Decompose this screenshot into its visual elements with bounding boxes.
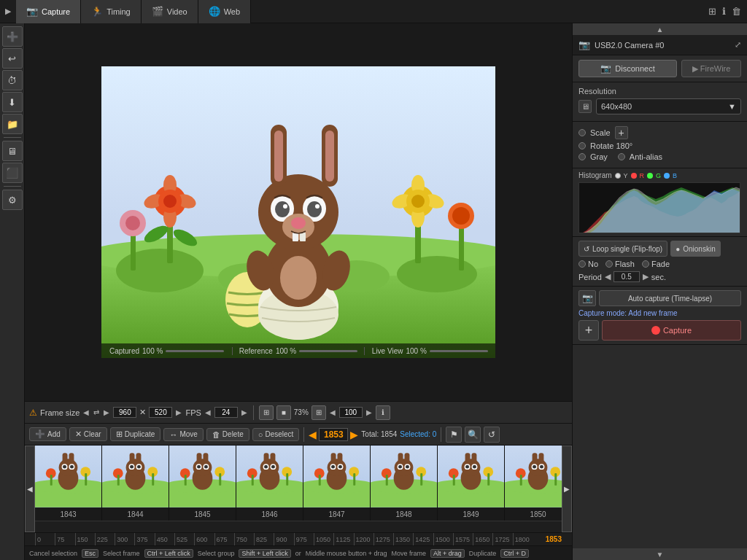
- settings-tool-btn[interactable]: ⚙: [2, 190, 23, 210]
- screen-tool-btn[interactable]: 🖥: [2, 141, 23, 161]
- flash-radio-btn[interactable]: [605, 260, 613, 268]
- info-icon-btn[interactable]: ℹ: [376, 405, 390, 420]
- onionskin-btn[interactable]: ● Onionskin: [670, 241, 721, 257]
- hist-dot-b[interactable]: [664, 173, 670, 179]
- frame-thumb-1850[interactable]: 1850: [505, 446, 562, 521]
- clear-btn[interactable]: ✕ Clear: [69, 427, 107, 441]
- grid-icon-btn[interactable]: ⊞: [311, 405, 326, 420]
- loop-single-btn[interactable]: ↺ Loop single (Flip-flop): [578, 241, 667, 257]
- rp-scroll-down[interactable]: ▼: [573, 548, 747, 560]
- period-right-arrow[interactable]: ▶: [643, 272, 649, 281]
- svg-point-4: [116, 249, 204, 292]
- deselect-btn[interactable]: ○ Deselect: [252, 428, 300, 441]
- info-icon[interactable]: ℹ: [722, 6, 726, 17]
- download-tool-btn[interactable]: ⬇: [2, 92, 23, 112]
- alt-drag-key: Alt + drag: [430, 549, 465, 558]
- frame-height-value[interactable]: 520: [149, 407, 172, 418]
- tab-timing[interactable]: 🏃 Timing: [81, 0, 142, 23]
- tab-capture[interactable]: 📷 Capture: [16, 0, 81, 23]
- refresh-icon-btn[interactable]: ↺: [484, 427, 500, 443]
- filmstrip-left-btn[interactable]: ◀: [25, 446, 35, 532]
- capture-tab-icon: 📷: [26, 6, 38, 17]
- pb-flash-radio[interactable]: Flash: [605, 260, 635, 268]
- frame-thumb-1847[interactable]: 1847: [303, 446, 371, 521]
- filmstrip-right-btn[interactable]: ▶: [562, 446, 572, 532]
- zoom-right-arrow[interactable]: ▶: [365, 408, 373, 416]
- tab-video[interactable]: 🎬 Video: [142, 0, 198, 23]
- frame-size-left-arrow[interactable]: ◀: [82, 408, 90, 416]
- captured-slider[interactable]: [166, 350, 224, 352]
- fps-right-arrow[interactable]: ▶: [241, 408, 248, 416]
- live-slider[interactable]: [430, 350, 488, 352]
- fullscreen-icon[interactable]: ⊞: [708, 6, 716, 17]
- hist-dot-r[interactable]: [631, 173, 637, 179]
- period-left-arrow[interactable]: ◀: [605, 272, 611, 281]
- move-btn[interactable]: ↔ Move: [163, 428, 203, 441]
- resolution-select[interactable]: 640x480 ▼: [596, 98, 741, 114]
- hist-dot-all[interactable]: [615, 173, 621, 179]
- pb-fade-radio[interactable]: Fade: [642, 260, 670, 268]
- ruler-mark-1725: 1725: [492, 533, 512, 546]
- current-frame-num[interactable]: 1853: [319, 428, 348, 441]
- import-tool-btn[interactable]: ⬛: [2, 163, 23, 183]
- no-radio-btn[interactable]: [578, 260, 586, 268]
- video-canvas: Captured 100 % Reference 100 % Live View…: [101, 66, 495, 358]
- resolution-monitor-icon[interactable]: 🖥: [578, 100, 592, 113]
- zoom-value[interactable]: 100: [339, 407, 363, 418]
- frame-size-right-arrow[interactable]: ▶: [103, 408, 110, 416]
- frame-size-swap-icon[interactable]: ⇄: [93, 408, 100, 416]
- scale-radio[interactable]: [578, 129, 586, 136]
- capture-btn[interactable]: Capture: [602, 320, 741, 341]
- rotate-radio[interactable]: [578, 142, 586, 149]
- frame-thumb-1843[interactable]: 1843: [35, 446, 102, 521]
- fps-value[interactable]: 24: [214, 407, 238, 418]
- add-tool-btn[interactable]: ➕: [2, 26, 23, 47]
- rp-camera-label: USB2.0 Camera #0: [595, 41, 664, 50]
- magnify-icon-btn[interactable]: 🔍: [465, 427, 481, 443]
- flag-icon-btn[interactable]: ⚑: [446, 427, 462, 443]
- frame-next-arrow[interactable]: ▶: [350, 429, 358, 440]
- duplicate-btn[interactable]: ⊞ Duplicate: [110, 427, 161, 441]
- timer-tool-btn[interactable]: ⏱: [2, 70, 23, 90]
- frame-thumb-1846[interactable]: 1846: [236, 446, 303, 521]
- delete-icon[interactable]: 🗑: [732, 6, 741, 17]
- ruler-mark-1500: 1500: [433, 533, 453, 546]
- rp-scroll-up[interactable]: ▲: [573, 23, 747, 35]
- scale-plus-btn[interactable]: +: [615, 126, 628, 139]
- svg-rect-99: [219, 473, 221, 486]
- frame-thumb-1845[interactable]: 1845: [169, 446, 236, 521]
- frame-thumb-1844[interactable]: 1844: [102, 446, 169, 521]
- auto-capture-btn[interactable]: Auto capture (Time-lapse): [599, 290, 741, 306]
- undo-tool-btn[interactable]: ↩: [2, 48, 23, 69]
- gray-radio[interactable]: [578, 153, 586, 160]
- frame-width-value[interactable]: 960: [113, 407, 136, 418]
- delete-icon: 🗑: [212, 430, 220, 439]
- frame-thumb-1849[interactable]: 1849: [438, 446, 505, 521]
- period-value[interactable]: 0.5: [614, 271, 640, 282]
- fade-radio-btn[interactable]: [642, 260, 649, 268]
- video-preview-area: Captured 100 % Reference 100 % Live View…: [25, 23, 572, 401]
- delete-btn[interactable]: 🗑 Delete: [206, 428, 249, 441]
- frame-prev-arrow[interactable]: ◀: [309, 429, 317, 440]
- folder-tool-btn[interactable]: 📁: [2, 114, 23, 134]
- antialias-radio[interactable]: [618, 153, 625, 160]
- hist-dot-g[interactable]: [647, 173, 653, 179]
- firewire-btn[interactable]: ▶ FireWire: [681, 60, 741, 77]
- add-btn[interactable]: ➕ Add: [29, 427, 66, 441]
- square-icon-btn[interactable]: ■: [276, 405, 291, 420]
- rp-expand-icon[interactable]: ⤢: [735, 40, 741, 50]
- svg-point-89: [193, 459, 212, 476]
- reference-slider[interactable]: [299, 350, 357, 352]
- fps-left-arrow[interactable]: ◀: [204, 408, 212, 416]
- disconnect-btn[interactable]: 📷 Disconnect: [578, 60, 677, 77]
- expand-icon-btn[interactable]: ⊞: [259, 405, 274, 420]
- cap-plus-btn[interactable]: +: [578, 320, 599, 341]
- scroll-left-btn[interactable]: ▶: [0, 0, 16, 23]
- zoom-left-arrow[interactable]: ◀: [329, 408, 336, 416]
- toolbar-divider-2: [4, 186, 21, 187]
- svg-point-110: [271, 465, 275, 469]
- pb-no-radio[interactable]: No: [578, 260, 598, 268]
- frame-height-right-arrow[interactable]: ▶: [175, 408, 182, 416]
- tab-web[interactable]: 🌐 Web: [198, 0, 251, 23]
- frame-thumb-1848[interactable]: 1848: [371, 446, 438, 521]
